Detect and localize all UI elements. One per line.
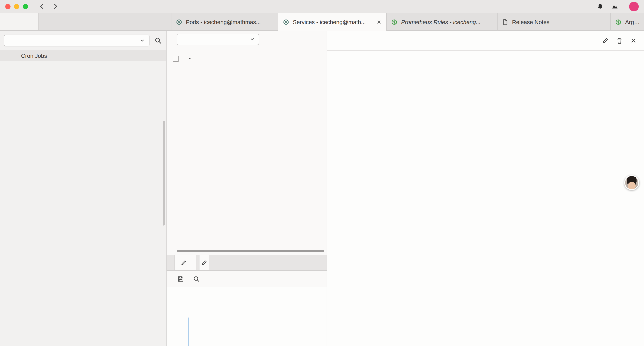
close-icon (630, 37, 637, 44)
resource-tree: Cron Jobs (0, 50, 166, 61)
save-icon (177, 275, 184, 282)
list-toolbar (166, 31, 326, 48)
yaml-editor[interactable] (166, 287, 326, 346)
chevron-down-icon (140, 38, 145, 43)
sidebar-scrollbar[interactable] (163, 121, 165, 226)
search-icon[interactable] (193, 275, 200, 282)
maximize-window-button[interactable] (23, 4, 28, 9)
select-all-checkbox[interactable] (173, 55, 179, 61)
pencil-icon (201, 260, 207, 266)
tab-pods-icecheng-mathmas[interactable]: Pods - icecheng@mathmas... (172, 13, 278, 31)
forward-arrow-icon (52, 3, 59, 10)
k8s-wheel-icon (176, 19, 182, 25)
namespace-select[interactable] (177, 33, 259, 45)
edit-pencil-icon (201, 260, 207, 266)
forward-button-nav[interactable] (52, 3, 59, 10)
navigator-sidebar: Cron Jobs (0, 31, 166, 346)
bell-icon (597, 3, 604, 10)
navigator-panel-title (0, 13, 38, 30)
sort-ascending-icon[interactable] (187, 56, 192, 61)
close-icon[interactable] (630, 37, 637, 44)
k8s-wheel-icon (391, 19, 398, 25)
horizontal-scrollbar[interactable] (177, 250, 324, 252)
tab-label: Release Notes (512, 19, 606, 25)
tab-label: Prometheus Rules - icecheng... (401, 19, 493, 25)
mountain-icon (612, 3, 618, 10)
kubeconfig-source-select[interactable] (4, 34, 150, 46)
save-icon[interactable] (177, 275, 184, 282)
chevron-down-icon (250, 36, 255, 42)
upgrade-button[interactable] (612, 3, 621, 10)
trash-icon (616, 37, 623, 44)
editor-toolbar (166, 271, 326, 287)
notifications-bell-icon[interactable] (597, 3, 604, 10)
tab-release-notes[interactable]: Release Notes (498, 13, 611, 31)
services-list-panel (166, 31, 326, 346)
service-details-panel (326, 31, 644, 346)
sort-up-icon (187, 56, 192, 61)
tab-label: Pods - icecheng@mathmas... (186, 19, 274, 25)
editor-fold-indicator (188, 318, 190, 346)
close-tab-icon[interactable] (376, 19, 382, 25)
chevron-down-icon (140, 38, 145, 43)
search-icon (193, 275, 200, 282)
table-header (166, 48, 326, 69)
document-icon (502, 19, 508, 25)
delete-trash-icon[interactable] (616, 37, 623, 44)
window-titlebar (0, 0, 644, 13)
tab-prometheus-rules-icecheng[interactable]: Prometheus Rules - icecheng... (387, 13, 498, 31)
open-tabs: Pods - icecheng@mathmas...Services - ice… (171, 13, 644, 31)
minimize-window-button[interactable] (14, 4, 19, 9)
sidebar-item-cron-jobs[interactable]: Cron Jobs (0, 50, 166, 61)
tab-label: Services - icecheng@math... (293, 19, 373, 25)
user-avatar[interactable] (624, 175, 639, 190)
edit-pencil-icon[interactable] (602, 37, 609, 44)
k8s-wheel-icon (283, 19, 289, 25)
dock-tab-prometheusrule[interactable] (174, 255, 196, 270)
dock-tab-partial[interactable] (199, 255, 209, 270)
sidebar-item-label: Cron Jobs (21, 52, 47, 59)
main-area: Cron Jobs (0, 31, 644, 346)
tab-label: Argo Se (625, 19, 640, 25)
tab-bar: Pods - icecheng@mathmas...Services - ice… (0, 13, 644, 31)
pencil-icon (180, 260, 187, 266)
window-controls (0, 4, 28, 9)
search-icon (154, 37, 162, 44)
search-icon[interactable] (154, 37, 162, 44)
close-window-button[interactable] (5, 4, 10, 9)
app-window: Pods - icecheng@mathmas...Services - ice… (0, 0, 644, 346)
close-icon (376, 19, 382, 25)
tab-services-icecheng-math[interactable]: Services - icecheng@math... (278, 13, 387, 31)
back-button[interactable] (38, 3, 45, 10)
details-header (327, 31, 644, 51)
dock-tab-bar (166, 255, 326, 271)
pencil-icon (602, 37, 609, 44)
tab-argo-se[interactable]: Argo Se (611, 13, 644, 31)
back-arrow-icon (38, 3, 45, 10)
edit-pencil-icon (180, 260, 187, 266)
chevron-down-icon (250, 36, 255, 42)
notification-count-badge[interactable] (629, 1, 639, 11)
details-body (327, 51, 644, 346)
k8s-wheel-icon (615, 19, 622, 25)
mountain-icon (612, 3, 618, 10)
